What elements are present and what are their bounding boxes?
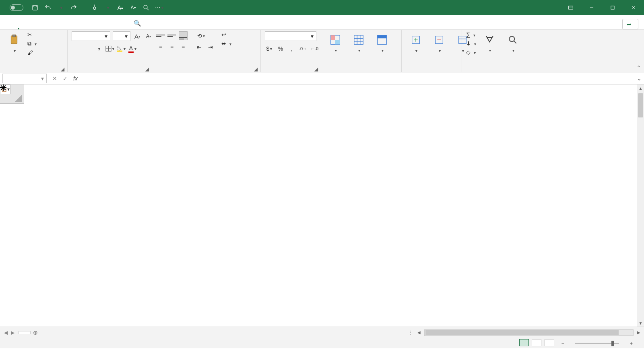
name-box[interactable]: ▾ xyxy=(2,74,47,83)
launcher-icon[interactable]: ◢ xyxy=(144,66,149,71)
tell-me-search[interactable]: 🔍 xyxy=(134,20,144,29)
insert-cells-button[interactable] xyxy=(406,31,426,53)
cell-styles-button[interactable] xyxy=(372,31,392,53)
align-middle-icon[interactable] xyxy=(167,31,176,40)
close-icon[interactable] xyxy=(623,0,644,15)
collapse-ribbon-icon[interactable]: ⌃ xyxy=(637,65,641,70)
save-icon[interactable] xyxy=(31,4,39,11)
touch-mode-icon[interactable] xyxy=(91,4,98,11)
shrink-font-icon[interactable]: A▾ xyxy=(144,32,153,41)
share-button[interactable]: ➦ xyxy=(622,19,638,29)
format-as-table-button[interactable] xyxy=(349,31,369,53)
tab-data[interactable] xyxy=(78,25,80,29)
font-color-icon[interactable]: A xyxy=(128,44,137,53)
sort-filter-button[interactable]: ᗊ xyxy=(479,31,500,53)
page-break-view-icon[interactable] xyxy=(545,339,554,346)
ribbon-display-icon[interactable] xyxy=(560,0,581,15)
undo-icon[interactable] xyxy=(44,4,52,11)
formula-input[interactable] xyxy=(83,74,634,83)
tab-file[interactable] xyxy=(6,25,7,29)
tab-help[interactable] xyxy=(114,25,116,29)
align-bottom-icon[interactable] xyxy=(179,31,188,40)
percent-icon[interactable]: % xyxy=(276,44,285,53)
enter-icon[interactable]: ✓ xyxy=(63,75,68,82)
merge-center-button[interactable]: ⬌ xyxy=(221,40,231,47)
clear-button[interactable]: ◇ xyxy=(466,49,476,56)
search-icon[interactable] xyxy=(142,4,150,11)
fill-color-icon[interactable] xyxy=(117,44,126,53)
align-left-icon[interactable]: ≡ xyxy=(156,43,165,51)
comma-icon[interactable]: , xyxy=(287,44,296,53)
launcher-icon[interactable]: ◢ xyxy=(314,66,318,71)
tab-formulas[interactable] xyxy=(66,25,68,29)
zoom-slider[interactable] xyxy=(575,343,619,344)
normal-view-icon[interactable] xyxy=(519,339,529,346)
scroll-thumb[interactable] xyxy=(638,93,643,117)
cancel-icon[interactable]: ✕ xyxy=(52,75,57,82)
tab-home[interactable] xyxy=(18,23,19,29)
increase-decimal-icon[interactable]: .0→ xyxy=(299,44,308,53)
scroll-up-icon[interactable]: ▲ xyxy=(637,84,644,92)
maximize-icon[interactable] xyxy=(602,0,623,15)
autosum-button[interactable]: ∑ xyxy=(466,31,476,38)
touch-dropdown-icon[interactable] xyxy=(104,4,111,11)
wrap-text-button[interactable]: ↩ xyxy=(221,31,231,38)
page-layout-view-icon[interactable] xyxy=(532,339,541,346)
tab-draw[interactable] xyxy=(42,25,43,29)
align-right-icon[interactable]: ≡ xyxy=(179,43,188,51)
expand-formula-bar-icon[interactable]: ⌄ xyxy=(634,75,644,82)
underline-button[interactable] xyxy=(94,44,103,53)
find-select-button[interactable] xyxy=(503,31,523,53)
sheet-nav-prev-icon[interactable]: ◀ xyxy=(4,330,8,335)
decrease-indent-icon[interactable]: ⇤ xyxy=(195,43,204,51)
sheet-nav-next-icon[interactable]: ▶ xyxy=(11,330,14,335)
minimize-icon[interactable] xyxy=(581,0,602,15)
align-center-icon[interactable]: ≡ xyxy=(167,43,176,51)
format-painter-button[interactable]: 🖌 xyxy=(27,49,37,56)
increase-indent-icon[interactable]: ⇥ xyxy=(206,43,215,51)
borders-icon[interactable] xyxy=(105,44,114,53)
font-name-combo[interactable]: ▾ xyxy=(72,31,110,41)
decrease-decimal-icon[interactable]: ←.0 xyxy=(310,44,319,53)
svg-rect-9 xyxy=(117,51,122,52)
conditional-formatting-button[interactable] xyxy=(325,31,345,53)
fx-icon[interactable]: fx xyxy=(73,75,78,82)
italic-button[interactable] xyxy=(83,44,92,53)
spreadsheet-grid[interactable]: 📋▾ ▲ ▼ xyxy=(0,84,644,327)
horizontal-scrollbar[interactable]: ⋮ ◀ ▶ xyxy=(40,329,644,336)
autosave-toggle[interactable] xyxy=(7,4,26,11)
delete-cells-button[interactable] xyxy=(429,31,449,53)
copy-button[interactable]: ⧉ xyxy=(27,40,37,47)
redo-icon[interactable] xyxy=(70,4,77,11)
tab-review[interactable] xyxy=(90,25,92,29)
scroll-down-icon[interactable]: ▼ xyxy=(637,319,644,327)
cut-button[interactable]: ✂ xyxy=(27,31,37,38)
zoom-in-icon[interactable]: + xyxy=(630,340,633,346)
grow-font-icon[interactable]: A▴ xyxy=(133,32,142,41)
hscroll-thumb[interactable] xyxy=(425,330,619,335)
orientation-icon[interactable]: ⟲ xyxy=(196,31,205,40)
launcher-icon[interactable]: ◢ xyxy=(253,66,258,71)
decrease-font-icon[interactable]: A▾ xyxy=(130,4,137,11)
increase-font-icon[interactable]: A▴ xyxy=(117,4,124,11)
svg-rect-0 xyxy=(33,5,37,10)
new-sheet-button[interactable]: ⊕ xyxy=(31,329,40,336)
tab-view[interactable] xyxy=(102,25,104,29)
paste-button[interactable] xyxy=(4,31,24,53)
vertical-scrollbar[interactable]: ▲ ▼ xyxy=(637,84,644,327)
align-top-icon[interactable] xyxy=(156,31,165,40)
scroll-right-icon[interactable]: ▶ xyxy=(635,330,642,335)
scroll-left-icon[interactable]: ◀ xyxy=(415,330,423,335)
tab-page-layout[interactable] xyxy=(54,25,56,29)
tab-insert[interactable] xyxy=(30,25,31,29)
bold-button[interactable] xyxy=(72,44,80,53)
launcher-icon[interactable]: ◢ xyxy=(60,66,65,71)
qat-customize-icon[interactable]: ⋯ xyxy=(155,4,163,11)
number-format-combo[interactable]: ▾ xyxy=(265,31,316,41)
font-size-combo[interactable]: ▾ xyxy=(113,31,130,41)
fill-button[interactable]: ⬇ xyxy=(466,40,476,47)
undo-dropdown-icon[interactable] xyxy=(57,4,64,11)
accounting-format-icon[interactable]: $ xyxy=(265,44,274,53)
sheet-tab-1[interactable] xyxy=(19,331,31,334)
zoom-out-icon[interactable]: − xyxy=(561,340,565,346)
